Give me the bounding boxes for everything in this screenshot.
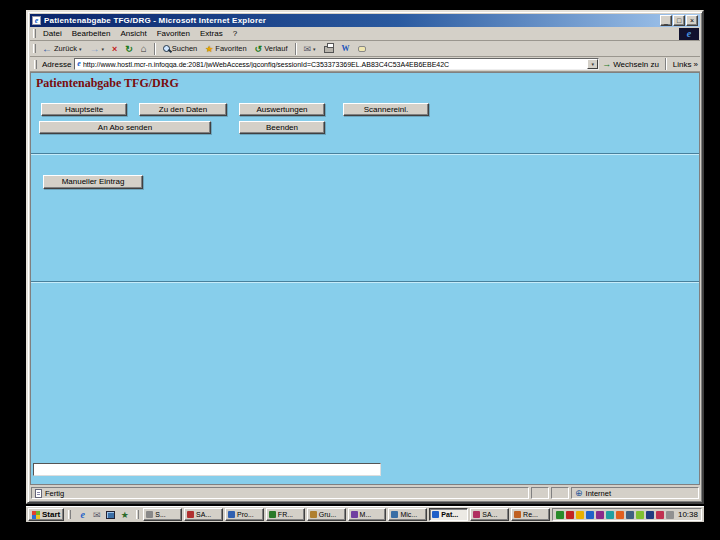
forward-button[interactable]: → ▾ <box>85 42 108 56</box>
address-input[interactable]: e http://www.hostl.mcr-n.infogqa.de:2081… <box>74 58 599 70</box>
menu-bearbeiten[interactable]: Bearbeiten <box>67 29 116 38</box>
maximize-button[interactable]: □ <box>673 15 685 26</box>
desktop-screen-icon <box>106 511 115 519</box>
task-button[interactable]: Pro... <box>225 508 264 521</box>
status-bar: Fertig ⊕ Internet <box>30 485 700 500</box>
task-label: SA... <box>482 511 497 518</box>
beenden-button[interactable]: Beenden <box>239 121 325 134</box>
mail-dropdown-icon[interactable]: ▾ <box>313 46 316 52</box>
tray-icon[interactable] <box>646 511 654 519</box>
manueller-eintrag-button[interactable]: Manueller Eintrag <box>43 175 143 189</box>
task-button[interactable]: Mic... <box>388 508 427 521</box>
task-button[interactable]: SA... <box>184 508 223 521</box>
ie-logo-icon: e <box>687 29 691 39</box>
menu-extras[interactable]: Extras <box>195 29 228 38</box>
go-label: Wechseln zu <box>613 60 659 69</box>
mail-icon: ✉ <box>304 44 312 54</box>
toolbar: ← Zurück ▾ → ▾ × ↻ ⌂ Suchen <box>30 41 700 57</box>
outlook-quicklaunch-icon[interactable]: ✉ <box>91 509 102 520</box>
status-text: Fertig <box>45 489 64 498</box>
task-button[interactable]: FR... <box>266 508 305 521</box>
address-url[interactable]: http://www.hostl.mcr-n.infogqa.de:2081/j… <box>83 61 585 68</box>
history-icon: ↺ <box>255 44 263 54</box>
task-button[interactable]: M... <box>348 508 387 521</box>
home-button[interactable]: ⌂ <box>137 42 151 56</box>
links-label: Links <box>673 60 692 69</box>
print-button[interactable] <box>320 42 338 56</box>
ie-quicklaunch-icon[interactable]: e <box>77 509 88 520</box>
chevron-down-icon: ▾ <box>591 61 594 67</box>
task-label: M... <box>360 511 372 518</box>
tray-icon[interactable] <box>666 511 674 519</box>
tray-icon[interactable] <box>606 511 614 519</box>
channels-quicklaunch-icon[interactable]: ★ <box>119 509 130 520</box>
an-abo-senden-button[interactable]: An Abo senden <box>39 121 211 134</box>
links-bar[interactable]: Links » <box>673 60 698 69</box>
favorites-button[interactable]: ★ Favoriten <box>201 42 250 56</box>
taskbar-clock[interactable]: 10:38 <box>676 510 698 519</box>
scannereinl-button[interactable]: Scannereinl. <box>343 103 429 116</box>
refresh-button[interactable]: ↻ <box>121 42 137 56</box>
tray-icon[interactable] <box>636 511 644 519</box>
title-bar[interactable]: e Patientenabgabe TFG/DRG - Microsoft In… <box>30 14 700 27</box>
back-button[interactable]: ← Zurück ▾ <box>38 42 85 56</box>
mail-button[interactable]: ✉ ▾ <box>300 42 320 56</box>
zu-den-daten-button[interactable]: Zu den Daten <box>139 103 227 116</box>
tray-icon[interactable] <box>596 511 604 519</box>
auswertungen-button[interactable]: Auswertungen <box>239 103 325 116</box>
start-label: Start <box>42 510 60 519</box>
menu-favoriten[interactable]: Favoriten <box>152 29 195 38</box>
menubar-grip[interactable] <box>33 29 36 38</box>
go-icon: → <box>602 59 611 69</box>
address-dropdown-button[interactable]: ▾ <box>587 59 598 69</box>
tray-icon[interactable] <box>586 511 594 519</box>
tray-icon[interactable] <box>656 511 664 519</box>
ie-browser-window: e Patientenabgabe TFG/DRG - Microsoft In… <box>26 10 704 504</box>
task-button[interactable]: Pat... <box>429 508 468 521</box>
search-button[interactable]: Suchen <box>159 42 201 56</box>
close-button[interactable]: × <box>686 15 698 26</box>
history-button[interactable]: ↺ Verlauf <box>251 42 292 56</box>
task-button[interactable]: S... <box>143 508 182 521</box>
discuss-button[interactable] <box>354 42 370 56</box>
search-label: Suchen <box>172 44 197 53</box>
stop-button[interactable]: × <box>108 42 121 56</box>
forward-dropdown-icon[interactable]: ▾ <box>101 46 104 52</box>
edit-button[interactable]: W <box>338 42 354 56</box>
toolbar-grip[interactable] <box>33 44 36 53</box>
task-label: Pat... <box>441 511 458 518</box>
menu-bar: Datei Bearbeiten Ansicht Favoriten Extra… <box>30 27 700 41</box>
menu-ansicht[interactable]: Ansicht <box>115 29 151 38</box>
tray-icon[interactable] <box>566 511 574 519</box>
menu-datei[interactable]: Datei <box>38 29 67 38</box>
entry-input[interactable] <box>33 463 381 476</box>
tray-icon[interactable] <box>556 511 564 519</box>
globe-icon: ⊕ <box>575 488 583 498</box>
menu-hilfe[interactable]: ? <box>228 29 242 38</box>
back-icon: ← <box>42 44 52 54</box>
hauptseite-button[interactable]: Hauptseite <box>41 103 127 116</box>
go-button[interactable]: → Wechseln zu <box>602 59 659 69</box>
quicklaunch-grip[interactable] <box>68 510 71 519</box>
page-title: Patientenabgabe TFG/DRG <box>36 76 179 91</box>
task-button[interactable]: Re... <box>511 508 550 521</box>
tasklist-grip[interactable] <box>136 510 139 519</box>
task-icon <box>473 511 480 518</box>
start-button[interactable]: Start <box>28 508 64 521</box>
links-chevron-icon[interactable]: » <box>694 60 698 69</box>
minimize-button[interactable]: _ <box>660 15 672 26</box>
taskbar: Start e ✉ ★ S... SA... Pro... FR... Gru.… <box>26 506 704 522</box>
task-button[interactable]: SA... <box>470 508 509 521</box>
addressbar-grip[interactable] <box>34 60 37 69</box>
show-desktop-icon[interactable] <box>105 509 116 520</box>
tray-icon[interactable] <box>616 511 624 519</box>
favorites-label: Favoriten <box>215 44 246 53</box>
task-icon <box>187 511 194 518</box>
tray-icon[interactable] <box>576 511 584 519</box>
task-button[interactable]: Gru... <box>307 508 346 521</box>
history-label: Verlauf <box>264 44 287 53</box>
task-icon <box>310 511 317 518</box>
tray-icon[interactable] <box>626 511 634 519</box>
links-separator <box>665 58 667 70</box>
back-dropdown-icon[interactable]: ▾ <box>79 46 82 52</box>
